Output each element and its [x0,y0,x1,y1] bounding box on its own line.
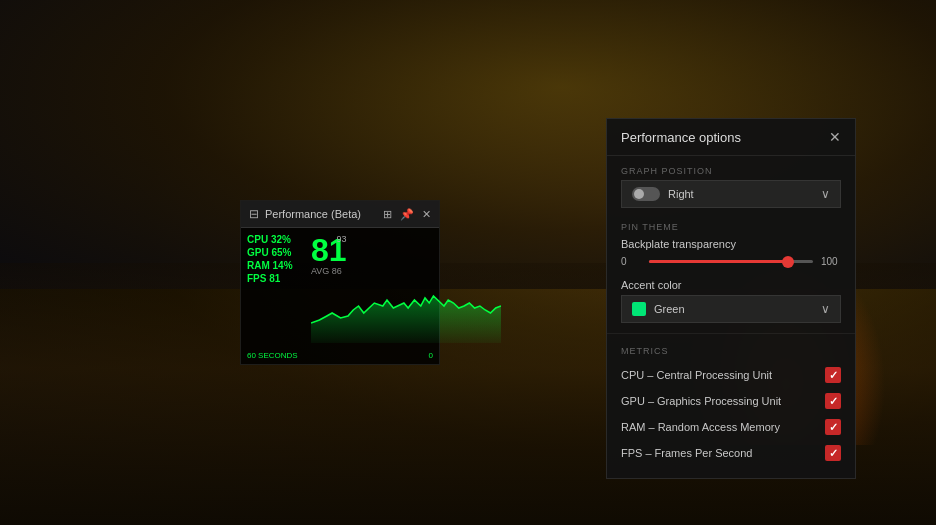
pin-theme-label: PIN THEME [607,214,855,238]
fps-peak: 93 [337,234,347,244]
slider-fill [649,260,788,263]
metric-item-ram: RAM – Random Access Memory [607,414,855,440]
accent-color-dropdown[interactable]: Green ∨ [621,295,841,323]
graph-position-dropdown[interactable]: Right ∨ [621,180,841,208]
monitor-icon: ⊟ [249,207,259,221]
perf-main: 81 93 AVG 86 [311,234,501,343]
perf-header-actions: ⊞ 📌 ✕ [383,208,431,221]
fps-stat: FPS 81 [247,273,307,284]
backplate-slider[interactable] [649,260,813,263]
perf-header: ⊟ Performance (Beta) ⊞ 📌 ✕ [241,201,439,228]
perf-title: Performance (Beta) [265,208,383,220]
options-panel: Performance options ✕ GRAPH POSITION Rig… [606,118,856,479]
perf-body: CPU 32% GPU 65% RAM 14% FPS 81 81 93 AVG… [241,228,439,349]
footer-time: 60 SECONDS [247,351,298,360]
accent-left: Green [632,302,685,316]
metric-item-gpu: GPU – Graphics Processing Unit [607,388,855,414]
accent-color-value: Green [654,303,685,315]
slider-min: 0 [621,256,641,267]
backplate-slider-row: 0 100 [607,256,855,275]
metric-cpu-label: CPU – Central Processing Unit [621,369,772,381]
accent-chevron-icon: ∨ [821,302,830,316]
footer-value: 0 [429,351,433,360]
slider-thumb [782,256,794,268]
metric-ram-checkbox[interactable] [825,419,841,435]
graph-position-value: Right [668,188,694,200]
gpu-stat: GPU 65% [247,247,307,258]
metric-item-fps: FPS – Frames Per Second [607,440,855,466]
ram-stat: RAM 14% [247,260,307,271]
options-close-button[interactable]: ✕ [829,129,841,145]
slider-max: 100 [821,256,841,267]
options-title: Performance options [621,130,741,145]
graph-position-toggle[interactable] [632,187,660,201]
metric-fps-checkbox[interactable] [825,445,841,461]
perf-footer: 60 SECONDS 0 [241,349,439,364]
close-icon[interactable]: ✕ [422,208,431,221]
cpu-stat: CPU 32% [247,234,307,245]
metric-ram-label: RAM – Random Access Memory [621,421,780,433]
graph-position-label: GRAPH POSITION [607,156,855,180]
pin-icon[interactable]: 📌 [400,208,414,221]
backplate-label: Backplate transparency [607,238,855,256]
metric-cpu-checkbox[interactable] [825,367,841,383]
perf-stats: CPU 32% GPU 65% RAM 14% FPS 81 [247,234,307,343]
metric-item-cpu: CPU – Central Processing Unit [607,362,855,388]
accent-color-swatch [632,302,646,316]
divider [607,333,855,334]
settings-icon[interactable]: ⊞ [383,208,392,221]
accent-color-label: Accent color [607,275,855,295]
dropdown-left: Right [632,187,694,201]
metric-gpu-label: GPU – Graphics Processing Unit [621,395,781,407]
performance-widget: ⊟ Performance (Beta) ⊞ 📌 ✕ CPU 32% GPU 6… [240,200,440,365]
metric-gpu-checkbox[interactable] [825,393,841,409]
chevron-down-icon: ∨ [821,187,830,201]
svg-marker-0 [311,296,501,343]
metric-fps-label: FPS – Frames Per Second [621,447,752,459]
options-header: Performance options ✕ [607,119,855,156]
fps-graph [311,278,501,343]
metrics-label: METRICS [607,340,855,362]
